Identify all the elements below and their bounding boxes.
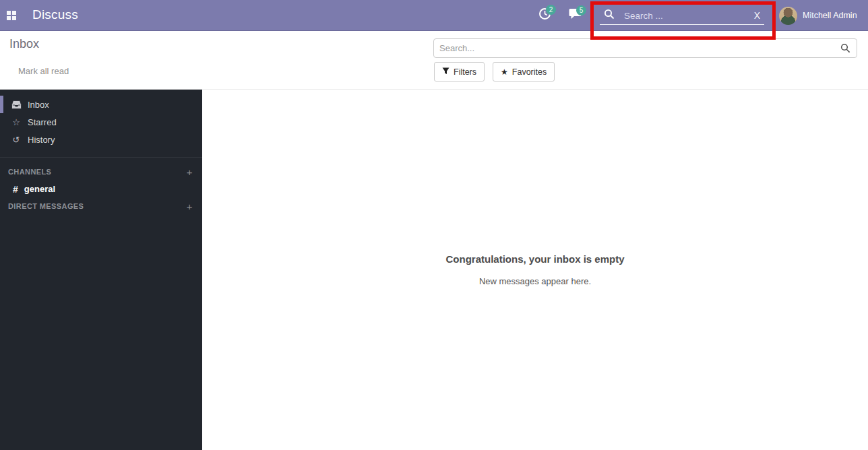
user-name: Mitchell Admin [803, 11, 857, 20]
search-underline [600, 24, 764, 25]
filters-label: Filters [454, 67, 476, 77]
favorites-label: Favorites [512, 67, 547, 77]
sidebar-item-label: History [28, 135, 55, 145]
navbar-search-placeholder[interactable]: Search ... [624, 11, 754, 21]
close-icon[interactable]: X [754, 10, 760, 21]
sidebar-item-inbox[interactable]: Inbox [0, 96, 202, 113]
sidebar-item-starred[interactable]: ☆ Starred [0, 113, 202, 131]
inbox-icon [11, 100, 22, 109]
navbar-search-box[interactable]: Search ... X [594, 0, 772, 31]
filter-buttons-row: Filters ★ Favorites [434, 62, 555, 82]
filters-button[interactable]: Filters [434, 62, 485, 82]
sidebar-item-label: Starred [28, 117, 57, 127]
search-icon [604, 9, 615, 22]
add-channel-icon[interactable]: + [187, 166, 193, 178]
page-title: Inbox [9, 37, 39, 51]
channel-item-general[interactable]: # general [0, 180, 202, 198]
sidebar-item-label: Inbox [28, 100, 49, 110]
control-panel: Inbox Mark all read Filters ★ Favorites [0, 31, 868, 90]
content-search-bar[interactable] [433, 38, 857, 58]
activities-button[interactable]: 2 [538, 7, 551, 20]
sidebar-item-history[interactable]: ↺ History [0, 131, 202, 148]
content-area: Inbox ☆ Starred ↺ History CHANNELS + # g… [0, 90, 868, 450]
star-icon: ★ [501, 67, 508, 77]
messages-button[interactable]: 5 [569, 8, 582, 20]
funnel-icon [442, 67, 450, 77]
apps-menu-icon[interactable] [7, 11, 16, 20]
star-icon: ☆ [11, 117, 22, 127]
empty-state-title: Congratulations, your inbox is empty [202, 253, 868, 265]
favorites-button[interactable]: ★ Favorites [493, 62, 555, 82]
direct-messages-header[interactable]: DIRECT MESSAGES + [0, 198, 202, 214]
channels-header-label: CHANNELS [8, 168, 51, 176]
search-icon[interactable] [840, 43, 850, 53]
empty-state: Congratulations, your inbox is empty New… [202, 90, 868, 286]
search-input[interactable] [434, 43, 840, 53]
thread-panel: Congratulations, your inbox is empty New… [202, 90, 868, 450]
empty-state-subtitle: New messages appear here. [202, 276, 868, 286]
history-icon: ↺ [11, 135, 22, 145]
app-title[interactable]: Discuss [32, 7, 78, 22]
hash-icon: # [13, 184, 18, 195]
channels-section: CHANNELS + # general DIRECT MESSAGES + [0, 157, 202, 214]
user-menu[interactable]: Mitchell Admin [779, 6, 857, 25]
avatar [779, 7, 797, 25]
top-navbar: Discuss 2 5 Search ... X Mit [0, 0, 868, 31]
mark-all-read-button[interactable]: Mark all read [18, 66, 69, 76]
channel-label: general [24, 184, 55, 194]
channels-header[interactable]: CHANNELS + [0, 164, 202, 180]
discuss-sidebar: Inbox ☆ Starred ↺ History CHANNELS + # g… [0, 90, 202, 450]
messages-count-badge: 5 [576, 5, 586, 15]
add-direct-message-icon[interactable]: + [187, 201, 193, 212]
direct-messages-header-label: DIRECT MESSAGES [8, 202, 84, 210]
activity-count-badge: 2 [546, 5, 556, 15]
